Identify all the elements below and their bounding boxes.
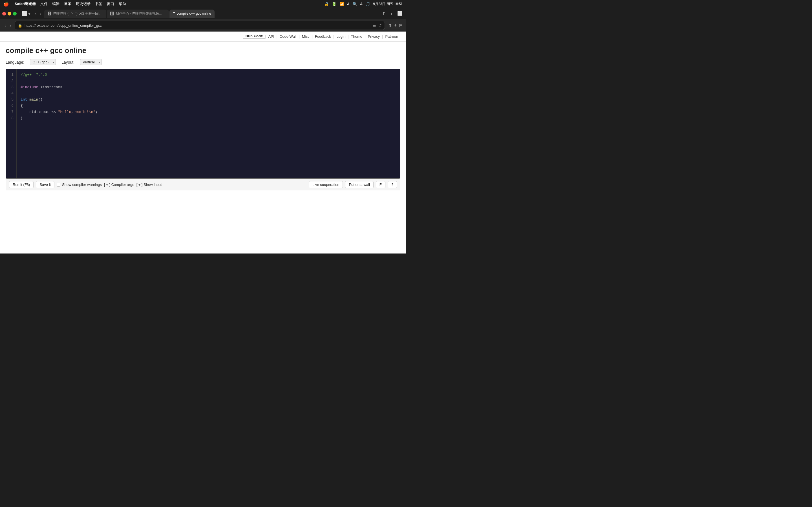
nav-privacy[interactable]: Privacy	[365, 34, 382, 39]
nav-buttons: ‹ ›	[3, 22, 12, 29]
apple-icon[interactable]: 🍎	[3, 1, 9, 7]
text-icon[interactable]: A	[347, 2, 350, 6]
menubar-right-area: 🔒 🔋 📶 A 🔍 A 🎵 9月23日 周五 18:51	[324, 2, 403, 6]
live-cooperation-button[interactable]: Live cooperation	[309, 181, 343, 188]
screen-lock-icon[interactable]: 🔒	[324, 2, 329, 6]
reading-list-button[interactable]: ⊞	[399, 23, 403, 28]
tab-nav-buttons: ‹ ›	[34, 10, 43, 17]
tab-bar: ⬜ ▾ ‹ › 🅱 哔哩哔哩 (゜-゜)つロ 干杯~-bilibili 🅱 创作…	[0, 8, 406, 19]
nav-theme[interactable]: Theme	[349, 34, 364, 39]
creative-favicon: 🅱	[110, 11, 114, 16]
show-warnings-group: Show compiler warnings	[57, 182, 102, 187]
window-controls	[2, 12, 17, 15]
maximize-button[interactable]	[13, 12, 17, 15]
new-tab-button[interactable]: +	[389, 10, 394, 17]
toolbar-right-buttons: ⬆ + ⬜	[381, 10, 404, 17]
layout-label: Layout:	[61, 60, 74, 64]
options-row: Language: C++ (gcc) Layout: Vertical	[6, 59, 400, 65]
layout-select-wrapper: Vertical	[80, 59, 102, 65]
code-textarea[interactable]: //g++ 7.4.0 #include <iostream> int main…	[17, 69, 400, 178]
compiler-favicon: T	[173, 11, 175, 16]
browser-window: ⬜ ▾ ‹ › 🅱 哔哩哔哩 (゜-゜)つロ 干杯~-bilibili 🅱 创作…	[0, 8, 406, 253]
show-warnings-checkbox[interactable]	[57, 183, 60, 186]
menubar-bookmarks[interactable]: 书签	[95, 1, 102, 6]
add-bookmark-button[interactable]: +	[394, 23, 397, 28]
layout-select[interactable]: Vertical	[80, 59, 102, 65]
code-line-2	[20, 78, 396, 84]
menubar-window[interactable]: 窗口	[107, 1, 114, 6]
forward-button[interactable]: ›	[39, 10, 42, 17]
code-editor[interactable]: 1 2 3 4 5 6 7 8 //g++ 7.4.0 #include <io…	[6, 69, 400, 179]
tab-bilibili-label: 哔哩哔哩 (゜-゜)つロ 干杯~-bilibili	[53, 11, 103, 16]
nav-code-wall[interactable]: Code Wall	[277, 34, 299, 39]
menubar: 🍎 Safari浏览器 文件 编辑 显示 历史记录 书签 窗口 帮助 🔒 🔋 📶…	[0, 0, 406, 8]
nav-patreon[interactable]: Patreon	[383, 34, 400, 39]
back-button[interactable]: ‹	[34, 10, 38, 17]
status-line-1: 屏幕录制	[376, 219, 400, 223]
menubar-clock: 9月23日 周五 18:51	[373, 2, 403, 6]
menubar-view[interactable]: 显示	[64, 1, 71, 6]
tab-creative-label: 创作中心 - 哔哩哔哩弹幕视频网 - (゜-゜)つロ 乾杯~	[116, 11, 165, 16]
code-line-5: int main()	[20, 97, 396, 103]
nav-feedback[interactable]: Feedback	[313, 34, 333, 39]
language-select-wrapper: C++ (gcc)	[30, 59, 56, 65]
battery-icon[interactable]: 🔋	[332, 2, 337, 6]
refresh-icon[interactable]: ↺	[378, 23, 382, 27]
share-button[interactable]: ⬆	[388, 23, 392, 28]
menubar-file[interactable]: 文件	[40, 1, 48, 6]
status-line-2: 2022-0...18.48.29	[376, 223, 400, 226]
put-on-wall-button[interactable]: Put on a wall	[345, 181, 373, 188]
code-line-3: #include <iostream>	[20, 84, 396, 91]
site-topnav: Run Code | API | Code Wall | Misc | Feed…	[0, 32, 406, 42]
code-line-4	[20, 91, 396, 97]
music-icon[interactable]: 🎵	[365, 2, 370, 6]
nav-run-code[interactable]: Run Code	[243, 34, 265, 39]
menubar-edit[interactable]: 编辑	[52, 1, 59, 6]
tab-creative-center[interactable]: 🅱 创作中心 - 哔哩哔哩弹幕视频网 - (゜-゜)つロ 乾杯~	[107, 10, 169, 18]
wifi-icon[interactable]: 📶	[340, 2, 344, 6]
show-warnings-label: Show compiler warnings	[62, 182, 102, 187]
save-button[interactable]: Save it	[36, 181, 54, 188]
empty-area	[6, 190, 400, 207]
nav-misc[interactable]: Misc	[300, 34, 312, 39]
help-button[interactable]: ?	[388, 181, 397, 188]
show-input-button[interactable]: [ + ] Show input	[137, 182, 162, 187]
code-line-1: //g++ 7.4.0	[20, 72, 396, 78]
font-icon[interactable]: A	[360, 2, 363, 6]
url-input[interactable]	[24, 23, 370, 27]
share-icon[interactable]: ⬆	[381, 10, 387, 17]
bilibili-favicon: 🅱	[48, 11, 51, 16]
language-label: Language:	[6, 60, 24, 64]
sidebar-icon: ⬜	[22, 11, 28, 16]
code-line-8: }	[20, 115, 396, 121]
nav-login[interactable]: Login	[334, 34, 348, 39]
line-numbers: 1 2 3 4 5 6 7 8	[6, 69, 17, 178]
run-button[interactable]: Run it (F8)	[9, 181, 34, 188]
code-line-6: {	[20, 103, 396, 109]
menubar-help[interactable]: 帮助	[119, 1, 126, 6]
nav-api[interactable]: API	[266, 34, 276, 39]
minimize-button[interactable]	[8, 12, 11, 15]
tab-compiler[interactable]: T compile c++ gcc online	[169, 10, 214, 18]
page-content: compile c++ gcc online Language: C++ (gc…	[0, 42, 406, 207]
back-nav-button[interactable]: ‹	[3, 22, 7, 29]
forward-nav-button[interactable]: ›	[8, 22, 12, 29]
menubar-history[interactable]: 历史记录	[76, 1, 91, 6]
app-name: Safari浏览器	[15, 1, 36, 6]
search-icon[interactable]: 🔍	[352, 2, 357, 6]
screen-recording-status: 屏幕录制 2022-0...18.48.29	[376, 219, 400, 226]
reader-icon[interactable]: ☰	[372, 23, 376, 27]
font-button[interactable]: F	[376, 181, 386, 188]
page-wrapper: Run Code | API | Code Wall | Misc | Feed…	[0, 32, 406, 253]
close-button[interactable]	[2, 12, 6, 15]
compiler-args-button[interactable]: [ + ] Compiler args	[104, 182, 134, 187]
share-buttons: ⬆ + ⊞	[388, 23, 403, 28]
language-select[interactable]: C++ (gcc)	[30, 59, 56, 65]
code-line-7: std::cout << "Hello, world!\n";	[20, 109, 396, 115]
lock-icon: 🔒	[18, 23, 22, 27]
tab-overview-button[interactable]: ⬜	[396, 10, 404, 17]
tab-strip: 🅱 哔哩哔哩 (゜-゜)つロ 干杯~-bilibili 🅱 创作中心 - 哔哩哔…	[44, 10, 378, 18]
sidebar-toggle-button[interactable]: ⬜ ▾	[20, 10, 32, 17]
address-bar[interactable]: 🔒 ☰ ↺	[15, 21, 385, 30]
tab-bilibili[interactable]: 🅱 哔哩哔哩 (゜-゜)つロ 干杯~-bilibili	[44, 10, 106, 18]
